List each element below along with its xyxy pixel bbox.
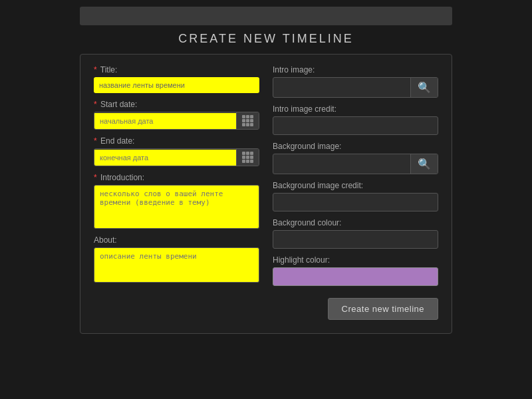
end-date-wrapper [94, 148, 259, 166]
search-icon-bg: 🔍 [418, 158, 431, 170]
about-textarea[interactable] [94, 247, 259, 283]
top-bar [80, 7, 452, 25]
end-date-label: * End date: [94, 136, 259, 146]
introduction-field-group: * Introduction: [94, 173, 259, 229]
end-date-required-marker: * [94, 136, 97, 146]
background-image-credit-field-group: Background image credit: [273, 181, 438, 211]
about-field-group: About: [94, 235, 259, 283]
calendar-icon-end [242, 152, 253, 163]
start-date-input[interactable] [94, 113, 236, 129]
title-label: * Title: [94, 65, 259, 74]
title-required-marker: * [94, 65, 97, 74]
background-image-search-wrapper: 🔍 [273, 154, 438, 174]
end-date-calendar-button[interactable] [236, 149, 259, 166]
background-image-input[interactable] [273, 156, 410, 173]
background-colour-label: Background colour: [273, 218, 438, 227]
intro-image-field-group: Intro image: 🔍 [273, 65, 438, 98]
background-image-credit-input[interactable] [273, 193, 438, 211]
intro-image-credit-field-group: Intro image credit: [273, 104, 438, 135]
start-date-wrapper [94, 112, 259, 130]
start-date-calendar-button[interactable] [236, 112, 259, 129]
outer-container: CREATE NEW TIMELINE * Title: * Start dat… [0, 0, 532, 399]
submit-row: Create new timeline [273, 298, 438, 320]
background-colour-input[interactable]: 1A1A1A [273, 230, 438, 249]
intro-image-search-wrapper: 🔍 [273, 77, 438, 98]
introduction-required-marker: * [94, 173, 97, 182]
right-column: Intro image: 🔍 Intro image credit: Backg… [273, 65, 438, 320]
end-date-field-group: * End date: [94, 136, 259, 166]
intro-image-credit-label: Intro image credit: [273, 104, 438, 114]
form-container: * Title: * Start date: [80, 54, 452, 334]
introduction-label: * Introduction: [94, 173, 259, 182]
title-field-group: * Title: [94, 65, 259, 93]
highlight-colour-field-group: Highlight colour: A879BE [273, 255, 438, 286]
intro-image-label: Intro image: [273, 65, 438, 74]
page-title: CREATE NEW TIMELINE [178, 32, 353, 46]
search-icon: 🔍 [418, 82, 431, 93]
highlight-colour-label: Highlight colour: [273, 255, 438, 265]
background-image-search-button[interactable]: 🔍 [410, 154, 438, 174]
end-date-input[interactable] [94, 150, 236, 166]
create-timeline-button[interactable]: Create new timeline [328, 298, 438, 320]
intro-image-input[interactable] [273, 79, 410, 96]
start-date-required-marker: * [94, 100, 97, 109]
start-date-field-group: * Start date: [94, 100, 259, 130]
introduction-textarea[interactable] [94, 185, 259, 229]
background-image-field-group: Background image: 🔍 [273, 142, 438, 174]
title-input[interactable] [94, 77, 259, 93]
highlight-colour-input[interactable]: A879BE [273, 267, 438, 286]
intro-image-credit-input[interactable] [273, 116, 438, 135]
calendar-icon [242, 115, 253, 126]
start-date-label: * Start date: [94, 100, 259, 109]
background-colour-field-group: Background colour: 1A1A1A [273, 218, 438, 249]
intro-image-search-button[interactable]: 🔍 [410, 78, 438, 97]
left-column: * Title: * Start date: [94, 65, 259, 320]
background-image-label: Background image: [273, 142, 438, 151]
background-image-credit-label: Background image credit: [273, 181, 438, 190]
about-label: About: [94, 235, 259, 245]
